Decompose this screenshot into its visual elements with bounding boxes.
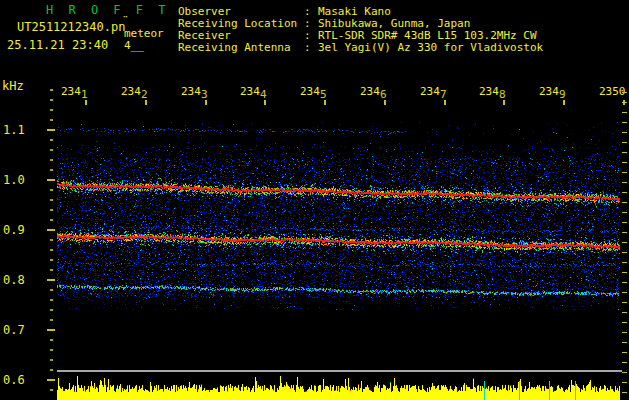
spectrogram-canvas bbox=[57, 105, 620, 365]
right-axis-tick bbox=[622, 252, 627, 253]
right-axis-tick bbox=[622, 132, 627, 133]
freq-minor-tick bbox=[50, 369, 53, 371]
freq-minor-tick bbox=[50, 319, 53, 321]
freq-minor-tick bbox=[50, 219, 53, 221]
freq-minor-tick bbox=[50, 89, 53, 91]
freq-major-tick bbox=[47, 379, 55, 381]
right-axis-tick bbox=[622, 172, 627, 173]
signal-level-bar-canvas bbox=[57, 374, 620, 400]
time-tick bbox=[384, 100, 386, 105]
time-tick bbox=[85, 100, 87, 105]
time-tick bbox=[205, 100, 207, 105]
freq-minor-tick bbox=[50, 259, 53, 261]
time-tick-label-text: 234 bbox=[61, 85, 81, 98]
right-axis-tick bbox=[622, 352, 627, 353]
right-axis-tick bbox=[622, 282, 627, 283]
observation-datetime: 25.11.21 23:40 bbox=[7, 39, 108, 51]
time-tick-label: 2346 bbox=[360, 86, 387, 97]
freq-major-tick bbox=[47, 279, 55, 281]
info-row-observer: Observer:Masaki Kano bbox=[178, 6, 391, 17]
app-title: H R O F F T bbox=[46, 4, 169, 16]
right-axis-tick bbox=[622, 382, 627, 383]
freq-minor-tick bbox=[50, 359, 53, 361]
freq-minor-tick bbox=[50, 159, 53, 161]
right-axis-tick bbox=[622, 332, 627, 333]
right-axis-tick bbox=[622, 392, 627, 393]
right-axis-tick bbox=[622, 162, 627, 163]
time-tick-label-text: 234 bbox=[121, 85, 141, 98]
freq-minor-tick bbox=[50, 269, 53, 271]
time-tick bbox=[503, 100, 505, 105]
time-tick bbox=[563, 100, 565, 105]
freq-major-tick bbox=[47, 179, 55, 181]
freq-tick-label: 0.6 bbox=[3, 374, 25, 386]
time-tick-label: 2344 bbox=[240, 86, 267, 97]
freq-minor-tick bbox=[50, 119, 53, 121]
right-axis-tick bbox=[622, 272, 627, 273]
time-tick-label: 2348 bbox=[479, 86, 506, 97]
right-axis-tick bbox=[622, 342, 627, 343]
info-label: Receiving Antenna bbox=[178, 42, 304, 53]
freq-minor-tick bbox=[50, 109, 53, 111]
time-tick bbox=[145, 100, 147, 105]
time-tick-label-text: 234 bbox=[420, 85, 440, 98]
info-label: Observer bbox=[178, 6, 304, 17]
freq-minor-tick bbox=[50, 149, 53, 151]
info-value: 3el Yagi(V) Az 330 for Vladivostok bbox=[318, 41, 543, 54]
freq-tick-label: 1.0 bbox=[3, 174, 25, 186]
right-axis-tick bbox=[622, 112, 627, 113]
freq-tick-label: 0.7 bbox=[3, 324, 25, 336]
freq-major-tick bbox=[47, 329, 55, 331]
right-axis-tick bbox=[622, 292, 627, 293]
freq-minor-tick bbox=[50, 389, 53, 391]
time-tick-label: 2347 bbox=[420, 86, 447, 97]
freq-major-tick bbox=[47, 229, 55, 231]
right-axis-tick bbox=[622, 92, 627, 93]
time-tick-label: 2342 bbox=[121, 86, 148, 97]
info-label: Receiver bbox=[178, 30, 304, 41]
time-tick bbox=[444, 100, 446, 105]
freq-major-tick bbox=[47, 129, 55, 131]
observation-name: meteor bbox=[124, 28, 164, 39]
right-axis-tick bbox=[622, 152, 627, 153]
time-tick-label: 2349 bbox=[539, 86, 566, 97]
freq-minor-tick bbox=[50, 189, 53, 191]
right-axis-tick bbox=[622, 242, 627, 243]
freq-axis-unit-label: kHz bbox=[2, 80, 24, 92]
info-colon: : bbox=[304, 6, 318, 17]
right-axis-tick bbox=[622, 142, 627, 143]
right-axis-tick bbox=[622, 302, 627, 303]
freq-minor-tick bbox=[50, 299, 53, 301]
info-label: Receiving Location bbox=[178, 18, 304, 29]
right-axis-tick bbox=[622, 362, 627, 363]
right-axis-tick bbox=[622, 202, 627, 203]
time-tick-label-text: 234 bbox=[181, 85, 201, 98]
freq-minor-tick bbox=[50, 199, 53, 201]
hrofft-output-image: H R O F F T UT2511212340.pn ¨ meteor 25.… bbox=[0, 0, 629, 400]
freq-tick-label: 0.9 bbox=[3, 224, 25, 236]
info-colon: : bbox=[304, 18, 318, 29]
freq-minor-tick bbox=[50, 139, 53, 141]
info-row-antenna: Receiving Antenna:3el Yagi(V) Az 330 for… bbox=[178, 42, 543, 53]
freq-minor-tick bbox=[50, 209, 53, 211]
info-row-receiver: Receiver:RTL-SDR SDR# 43dB L15 103.2MHz … bbox=[178, 30, 537, 41]
freq-minor-tick bbox=[50, 239, 53, 241]
time-tick-label-text: 234 bbox=[360, 85, 380, 98]
filename-overlay-marks: ¨ bbox=[122, 15, 129, 26]
right-axis-tick bbox=[622, 232, 627, 233]
time-tick-label-text: 234 bbox=[300, 85, 320, 98]
right-axis-tick bbox=[622, 222, 627, 223]
info-colon: : bbox=[304, 30, 318, 41]
freq-minor-tick bbox=[50, 169, 53, 171]
time-tick-label: 2343 bbox=[181, 86, 208, 97]
time-tick bbox=[324, 100, 326, 105]
right-axis-tick bbox=[622, 122, 627, 123]
freq-tick-label: 1.1 bbox=[3, 124, 25, 136]
right-axis-tick bbox=[622, 262, 627, 263]
right-axis-tick bbox=[622, 182, 627, 183]
time-tick-label-text: 234 bbox=[479, 85, 499, 98]
right-axis-tick bbox=[622, 372, 627, 373]
freq-minor-tick bbox=[50, 339, 53, 341]
right-axis-tick bbox=[622, 312, 627, 313]
time-tick-label: 2345 bbox=[300, 86, 327, 97]
